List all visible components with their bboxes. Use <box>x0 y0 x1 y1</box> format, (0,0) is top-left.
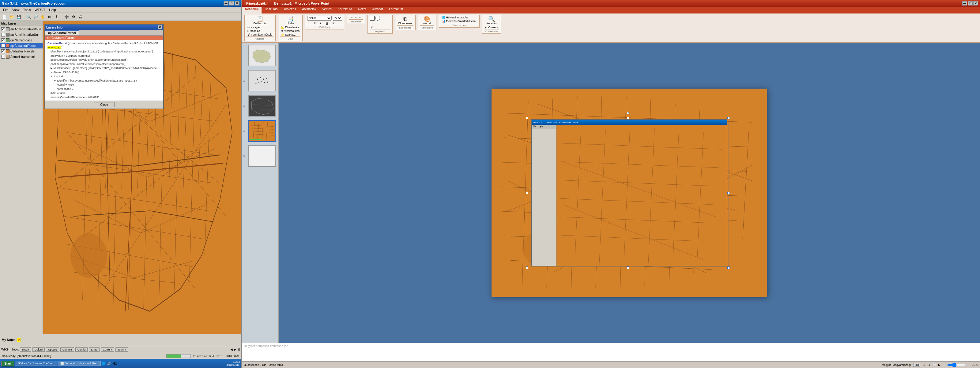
ppt-close-btn[interactable]: ✕ <box>973 1 978 5</box>
view-reading-icon[interactable]: 📖 <box>932 363 936 366</box>
csere-btn[interactable]: ⇄ Csere » <box>484 26 499 29</box>
nav-prev-icon[interactable]: ◀ <box>230 348 233 351</box>
szakasz-btn[interactable]: 📁 Szakasz <box>280 33 301 37</box>
copy-btn[interactable]: ⎘ Másolás <box>247 29 274 33</box>
nav-next-icon[interactable]: ▶ <box>234 348 236 351</box>
align-right-btn[interactable]: ≡ <box>358 16 362 19</box>
taskbar-app-qgis[interactable]: 🗺 Gaia 3.4.2 - www.TheCar... <box>15 361 57 366</box>
zoom-extent-btn[interactable]: ⊞ <box>46 13 53 20</box>
new-slide-btn[interactable]: 📑 Új dia <box>284 16 296 26</box>
ribbon-tab-korrektura[interactable]: Korrektura <box>335 7 355 13</box>
menu-help[interactable]: Help <box>47 8 58 12</box>
shape-arrow-btn[interactable]: → <box>370 21 390 25</box>
slide-thumb-5[interactable] <box>248 146 275 167</box>
ribbon-tab-nezet[interactable]: Nézet <box>355 7 369 13</box>
elrendezas-btn[interactable]: 📐 Elrendezés <box>280 26 301 29</box>
dialog-content[interactable]: CadastralParcel ( cp-um:x-inspire-specif… <box>45 40 163 101</box>
font-family-select[interactable]: Calibri <box>307 16 332 21</box>
wfs-current-btn[interactable]: Current <box>101 347 114 352</box>
layer-cadastral-parcel[interactable]: ✓ cp:CadastralParcel <box>0 43 43 48</box>
close-button[interactable]: ✕ <box>235 1 240 5</box>
align-center-btn[interactable]: ≡ <box>354 16 357 19</box>
identify-btn[interactable]: ℹ <box>53 13 60 20</box>
minimize-button[interactable]: — <box>224 1 229 5</box>
menu-view[interactable]: View <box>10 8 21 12</box>
ribbon-tab-beszuras[interactable]: Beszúrás <box>261 7 280 13</box>
smartart-btn[interactable]: 📊 Elemzés-Smartart-Idézet <box>441 19 477 23</box>
layer-admin-boundary[interactable]: ✓ au:AdministrativeBoundary <box>0 26 43 32</box>
start-button[interactable]: Start <box>1 361 14 366</box>
strikethrough-btn[interactable]: S <box>331 21 336 25</box>
zoom-icon[interactable]: ⊞ <box>238 348 240 351</box>
zoom-out-btn[interactable]: 🔎 <box>32 13 39 20</box>
zoom-in-btn[interactable]: 🔍 <box>25 13 32 20</box>
view-slideshow-icon[interactable]: ▶ <box>939 363 940 366</box>
settings-btn[interactable]: ⚙ <box>70 13 77 20</box>
wfs-snap-btn[interactable]: Snap <box>89 347 100 352</box>
visszaallitas-btn[interactable]: ↺ Visszaállítás <box>280 29 301 33</box>
slide-thumb-1[interactable] <box>248 45 275 66</box>
menu-file[interactable]: File <box>1 8 10 12</box>
print-btn[interactable]: 🖨 <box>77 13 84 20</box>
layer-admin-unit-checkbox[interactable]: ✓ <box>1 33 5 37</box>
dialog-close-button[interactable]: Close <box>94 102 115 107</box>
layer-cadastral-parcel-checkbox[interactable]: ✓ <box>1 44 5 48</box>
wfs-update-btn[interactable]: Update <box>46 347 59 352</box>
layer-admin-unit[interactable]: ✓ au:AdministrativeUnit <box>0 32 43 37</box>
bold-btn[interactable]: B <box>313 21 318 25</box>
wfs-toany-btn[interactable]: To Any <box>115 347 128 352</box>
ribbon-tab-formatum[interactable]: Formátum <box>386 7 406 13</box>
save-project-btn[interactable]: 💾 <box>15 13 22 20</box>
align-left-btn[interactable]: ≡ <box>350 16 353 19</box>
ribbon-tab-animaciok[interactable]: Animációk <box>299 7 319 13</box>
zoom-in-icon[interactable]: + <box>968 363 970 366</box>
volume-icon[interactable]: 🔊 <box>107 362 111 366</box>
layer-named-place-checkbox[interactable]: ✓ <box>1 38 5 42</box>
layer-cadastral-parcels[interactable]: ✓ Cadastral Parcels <box>0 48 43 54</box>
ribbon-tab-kezdolap[interactable]: Kezdőlap <box>242 7 261 13</box>
shape-more-btn[interactable]: ▼ <box>370 26 390 29</box>
layer-admin-boundary-checkbox[interactable]: ✓ <box>1 27 5 31</box>
menu-wfst[interactable]: WFS-T <box>33 8 47 12</box>
ppt-notes-area[interactable]: Jegyzet beíráshoz kattintson ide <box>242 343 980 361</box>
connect-btn[interactable]: 🌐 Hálózati kapcsolat <box>441 16 477 19</box>
dialog-close-icon[interactable]: ✕ <box>158 25 162 29</box>
shape-rect-btn[interactable] <box>370 16 375 21</box>
arrange-btn[interactable]: ⧉ Elrendezés <box>397 16 414 26</box>
my-notes-icon[interactable]: 📌 <box>16 338 21 342</box>
ppt-main-slide[interactable]: Gaia 3.4.2 - www.TheCarbonProject.com Ma… <box>492 89 767 297</box>
layer-admin-unit-2[interactable]: ✓ Administrative unit <box>0 54 43 59</box>
qgis-map-canvas[interactable]: Layers Info ✕ cp:CadastralParcel cp:Cada… <box>43 21 241 334</box>
taskbar-app-ppt[interactable]: 📊 Bemutato1 - Microsoft Po... <box>57 361 101 366</box>
zoom-out-icon[interactable]: − <box>943 363 945 366</box>
layer-cadastral-parcels-checkbox[interactable]: ✓ <box>1 50 5 53</box>
new-project-btn[interactable]: 📄 <box>1 13 8 20</box>
font-size-select[interactable]: 24 <box>333 16 342 21</box>
italic-btn[interactable]: I <box>319 21 324 25</box>
shape-ellipse-btn[interactable] <box>375 16 380 21</box>
underline-btn[interactable]: U <box>325 21 330 25</box>
slide-thumb-3[interactable] <box>248 95 275 117</box>
dialog-tab-cadastral[interactable]: cp:CadastralParcel <box>45 30 79 35</box>
ppt-maximize-btn[interactable]: □ <box>968 1 973 5</box>
wfs-config-btn[interactable]: Config <box>75 347 88 352</box>
ppt-lang-btn[interactable]: HU <box>913 363 920 367</box>
pan-btn[interactable]: ✋ <box>39 13 46 20</box>
ppt-slide-panel[interactable]: 1 2 <box>242 43 279 343</box>
menu-tools[interactable]: Tools <box>21 8 33 12</box>
wfs-delete-btn[interactable]: Delete <box>32 347 45 352</box>
layer-named-place[interactable]: ✓ gn:NamedPlace <box>0 37 43 43</box>
ribbon-tab-acrobat[interactable]: Acrobat <box>369 7 386 13</box>
paste-btn[interactable]: 📋 Beillesztés <box>252 16 268 26</box>
open-project-btn[interactable]: 📂 <box>8 13 15 20</box>
quick-styles-btn[interactable]: 🎨 Készek <box>421 16 433 26</box>
cut-btn[interactable]: ✂ Kivágás <box>247 26 274 29</box>
search-btn[interactable]: 🔍 Keresés <box>485 16 498 26</box>
ribbon-tab-tervezes[interactable]: Tervezés <box>280 7 299 13</box>
view-normal-icon[interactable]: ⊞ <box>923 363 925 366</box>
ribbon-tab-vetites[interactable]: Vetítés <box>319 7 335 13</box>
network-icon[interactable]: 🌐 <box>101 362 106 366</box>
view-slidesorter-icon[interactable]: ⊟ <box>928 363 930 366</box>
ppt-minimize-btn[interactable]: — <box>962 1 967 5</box>
maximize-button[interactable]: □ <box>229 1 234 5</box>
